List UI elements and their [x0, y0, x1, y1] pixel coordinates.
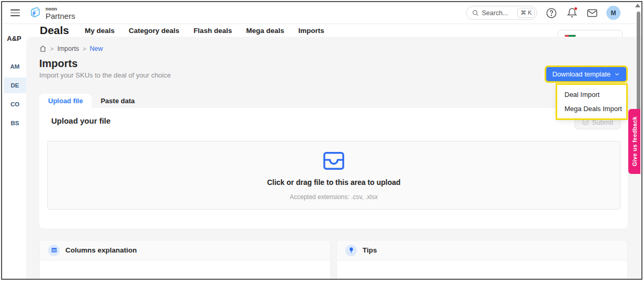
sidebar-item-bs[interactable]: BS: [4, 115, 26, 131]
section-title: Deals: [40, 24, 69, 37]
card-title: Columns explanation: [65, 246, 137, 254]
sidebar-item-am[interactable]: AM: [4, 59, 26, 74]
bulb-icon: [345, 245, 357, 256]
upload-panel: Upload your file Submit: [39, 108, 628, 228]
search-input[interactable]: [482, 9, 514, 17]
search-box[interactable]: ⌘ K: [466, 6, 537, 20]
notifications-bell-icon[interactable]: [566, 7, 578, 19]
page-title: Imports: [39, 58, 628, 70]
card-header[interactable]: Columns explanation: [40, 240, 330, 260]
user-avatar[interactable]: M: [606, 6, 620, 20]
brand-noon: noon: [46, 7, 75, 12]
nav-link-my-deals[interactable]: My deals: [85, 27, 115, 35]
noon-partners-logo[interactable]: noon Partners: [28, 6, 75, 20]
hamburger-menu-icon[interactable]: [10, 9, 20, 16]
search-shortcut-badge: ⌘ K: [517, 8, 535, 18]
card-title: Tips: [363, 246, 377, 254]
breadcrumb: > Imports > New: [39, 44, 628, 53]
chevron-down-icon: [614, 71, 620, 77]
columns-explanation-card: Columns explanation: [39, 240, 331, 280]
imports-page: > Imports > New Imports Import your SKUs…: [26, 37, 641, 280]
sidebar-item-co[interactable]: CO: [4, 96, 26, 112]
notification-badge: [574, 7, 578, 10]
card-header[interactable]: Tips: [337, 240, 627, 260]
dropzone-hint: Accepted extensions: .csv, .xlsx: [290, 193, 378, 201]
home-icon[interactable]: [39, 45, 47, 52]
table-icon: [48, 245, 60, 256]
scrollbar-up-arrow[interactable]: [635, 4, 640, 7]
menu-item-deal-import[interactable]: Deal Import: [557, 87, 626, 102]
brand-partners: Partners: [46, 12, 75, 20]
download-template-menu: Deal Import Mega Deals Import: [557, 85, 626, 118]
mail-icon[interactable]: [586, 7, 598, 19]
tab-upload-file[interactable]: Upload file: [39, 94, 92, 108]
panel-heading: Upload your file: [51, 116, 620, 125]
nav-link-category-deals[interactable]: Category deals: [129, 27, 179, 35]
sidebar-item-de[interactable]: DE: [4, 78, 26, 93]
noon-logo-icon: [28, 6, 42, 20]
page-subtitle: Import your SKUs to the deal of your cho…: [39, 71, 628, 79]
import-tabs: Upload file Paste data: [39, 94, 628, 108]
inbox-icon: [322, 150, 346, 171]
tips-card: Tips: [336, 240, 628, 280]
check-circle-icon: [582, 118, 589, 126]
search-icon: [472, 9, 479, 16]
breadcrumb-new: New: [90, 45, 103, 52]
dropzone-text: Click or drag file to this area to uploa…: [267, 178, 400, 187]
nav-link-flash-deals[interactable]: Flash deals: [194, 27, 232, 35]
deals-nav-bar: Deals My deals Category deals Flash deal…: [26, 24, 641, 37]
give-feedback-tab[interactable]: Give us feedback: [628, 109, 640, 174]
sidebar-header-label: A&P: [2, 24, 26, 52]
breadcrumb-imports[interactable]: Imports: [57, 45, 79, 52]
topbar: noon Partners ⌘ K: [2, 2, 641, 24]
download-template-button[interactable]: Download template: [546, 67, 626, 81]
tab-paste-data[interactable]: Paste data: [92, 94, 143, 108]
file-dropzone[interactable]: Click or drag file to this area to uploa…: [47, 141, 620, 210]
left-sidebar: A&P AM DE CO BS: [2, 24, 26, 280]
nav-link-mega-deals[interactable]: Mega deals: [246, 27, 284, 35]
nav-link-imports[interactable]: Imports: [298, 27, 324, 35]
menu-item-mega-deals-import[interactable]: Mega Deals Import: [557, 102, 626, 116]
app-window: noon Partners ⌘ K: [1, 1, 642, 280]
help-icon[interactable]: [545, 7, 558, 19]
